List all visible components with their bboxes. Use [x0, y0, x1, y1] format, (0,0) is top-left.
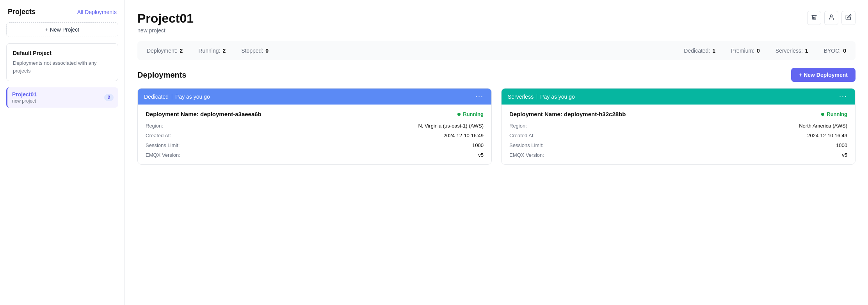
svg-point-0: [830, 15, 832, 17]
serverless-name-row: Deployment Name: deployment-h32c28bb Run…: [509, 111, 847, 117]
dedicated-status-text: Running: [463, 111, 484, 117]
header-divider-2: [537, 94, 537, 99]
serverless-sessions-label: Sessions Limit:: [509, 142, 543, 148]
deployment-card-dedicated: Dedicated Pay as you go ··· Deployment N…: [137, 88, 492, 165]
dedicated-created-label: Created At:: [146, 133, 171, 138]
running-label: Running:: [198, 48, 220, 54]
deployment-label: Deployment:: [147, 48, 178, 54]
serverless-type-label: Serverless: [508, 94, 534, 100]
serverless-created-row: Created At: 2024-12-10 16:49: [509, 133, 847, 138]
delete-button[interactable]: [807, 11, 821, 25]
dedicated-deployment-name: Deployment Name: deployment-a3aeea6b: [146, 111, 261, 117]
stat-byoc: BYOC: 0: [824, 48, 846, 54]
serverless-plan-label: Pay as you go: [540, 94, 575, 100]
serverless-created-label: Created At:: [509, 133, 535, 138]
serverless-emqx-value: v5: [842, 152, 847, 158]
default-project-description: Deployments not associated with any proj…: [13, 59, 112, 74]
trash-icon: [811, 14, 817, 22]
sidebar-title: Projects: [8, 8, 36, 16]
serverless-region-row: Region: North America (AWS): [509, 123, 847, 129]
stopped-label: Stopped:: [241, 48, 263, 54]
dedicated-plan-label: Pay as you go: [175, 94, 210, 100]
dedicated-emqx-value: v5: [478, 152, 484, 158]
serverless-emqx-label: EMQX Version:: [509, 152, 544, 158]
dedicated-value: 1: [712, 48, 715, 54]
deployments-header: Deployments + New Deployment: [137, 68, 856, 82]
stat-stopped: Stopped: 0: [241, 48, 269, 54]
serverless-label: Serverless:: [776, 48, 803, 54]
project-subtitle: new project: [137, 27, 194, 34]
serverless-created-value: 2024-12-10 16:49: [807, 133, 847, 138]
dedicated-region-value: N. Virginia (us-east-1) (AWS): [418, 123, 484, 129]
stats-bar: Deployment: 2 Running: 2 Stopped: 0 Dedi…: [137, 41, 856, 60]
user-button[interactable]: [824, 11, 838, 25]
premium-label: Premium:: [731, 48, 754, 54]
serverless-card-header: Serverless Pay as you go ···: [502, 89, 855, 105]
serverless-status-badge: Running: [821, 111, 847, 117]
dedicated-created-row: Created At: 2024-12-10 16:49: [146, 133, 484, 138]
new-deployment-button[interactable]: + New Deployment: [791, 68, 856, 82]
stopped-value: 0: [265, 48, 269, 54]
deployments-title: Deployments: [137, 71, 187, 80]
dedicated-more-button[interactable]: ···: [474, 92, 485, 101]
dedicated-region-row: Region: N. Virginia (us-east-1) (AWS): [146, 123, 484, 129]
all-deployments-link[interactable]: All Deployments: [77, 9, 117, 15]
sidebar-header: Projects All Deployments: [6, 8, 118, 16]
project-actions: [807, 11, 856, 25]
dedicated-created-value: 2024-12-10 16:49: [443, 133, 484, 138]
dedicated-status-badge: Running: [457, 111, 484, 117]
running-value: 2: [222, 48, 226, 54]
default-project-card: Default Project Deployments not associat…: [6, 43, 118, 81]
stats-right: Dedicated: 1 Premium: 0 Serverless: 1 BY…: [684, 48, 846, 54]
project-header: Project01 new project: [137, 11, 856, 34]
dedicated-type-label: Dedicated: [144, 94, 169, 100]
serverless-status-text: Running: [827, 111, 847, 117]
deployment-card-serverless: Serverless Pay as you go ··· Deployment …: [501, 88, 856, 165]
serverless-sessions-value: 1000: [836, 142, 847, 148]
project-item-desc: new project: [12, 98, 37, 104]
main-content: Project01 new project Deployment: [125, 0, 868, 305]
stat-serverless: Serverless: 1: [776, 48, 808, 54]
new-project-button[interactable]: + New Project: [6, 22, 118, 37]
deployments-grid: Dedicated Pay as you go ··· Deployment N…: [137, 88, 856, 165]
stat-premium: Premium: 0: [731, 48, 760, 54]
dedicated-card-body: Deployment Name: deployment-a3aeea6b Run…: [138, 105, 491, 164]
byoc-value: 0: [843, 48, 846, 54]
deployments-section: Deployments + New Deployment Dedicated P…: [137, 68, 856, 165]
dedicated-card-header: Dedicated Pay as you go ···: [138, 89, 491, 105]
serverless-status-dot: [821, 113, 824, 116]
dedicated-label: Dedicated:: [684, 48, 710, 54]
serverless-region-label: Region:: [509, 123, 527, 129]
byoc-label: BYOC:: [824, 48, 841, 54]
dedicated-status-dot: [457, 113, 461, 116]
project-badge: 2: [104, 94, 114, 101]
deployment-value: 2: [180, 48, 183, 54]
user-icon: [828, 14, 834, 22]
serverless-emqx-row: EMQX Version: v5: [509, 152, 847, 158]
dedicated-emqx-label: EMQX Version:: [146, 152, 180, 158]
serverless-value: 1: [805, 48, 808, 54]
dedicated-emqx-row: EMQX Version: v5: [146, 152, 484, 158]
project-title: Project01: [137, 11, 194, 26]
dedicated-region-label: Region:: [146, 123, 163, 129]
default-project-title: Default Project: [13, 50, 112, 56]
premium-value: 0: [757, 48, 760, 54]
dedicated-name-row: Deployment Name: deployment-a3aeea6b Run…: [146, 111, 484, 117]
header-divider: [172, 94, 172, 99]
stat-dedicated: Dedicated: 1: [684, 48, 715, 54]
dedicated-sessions-label: Sessions Limit:: [146, 142, 180, 148]
serverless-more-button[interactable]: ···: [838, 92, 849, 101]
serverless-deployment-name: Deployment Name: deployment-h32c28bb: [509, 111, 626, 117]
project-item-project01[interactable]: Project01 new project 2: [6, 87, 118, 108]
stat-deployment: Deployment: 2: [147, 48, 183, 54]
dedicated-sessions-row: Sessions Limit: 1000: [146, 142, 484, 148]
edit-icon: [845, 14, 852, 22]
sidebar: Projects All Deployments + New Project D…: [0, 0, 125, 305]
stat-running: Running: 2: [198, 48, 226, 54]
dedicated-sessions-value: 1000: [472, 142, 484, 148]
serverless-region-value: North America (AWS): [799, 123, 847, 129]
serverless-sessions-row: Sessions Limit: 1000: [509, 142, 847, 148]
project-item-name: Project01: [12, 91, 37, 98]
edit-button[interactable]: [841, 11, 856, 25]
serverless-card-body: Deployment Name: deployment-h32c28bb Run…: [502, 105, 855, 164]
